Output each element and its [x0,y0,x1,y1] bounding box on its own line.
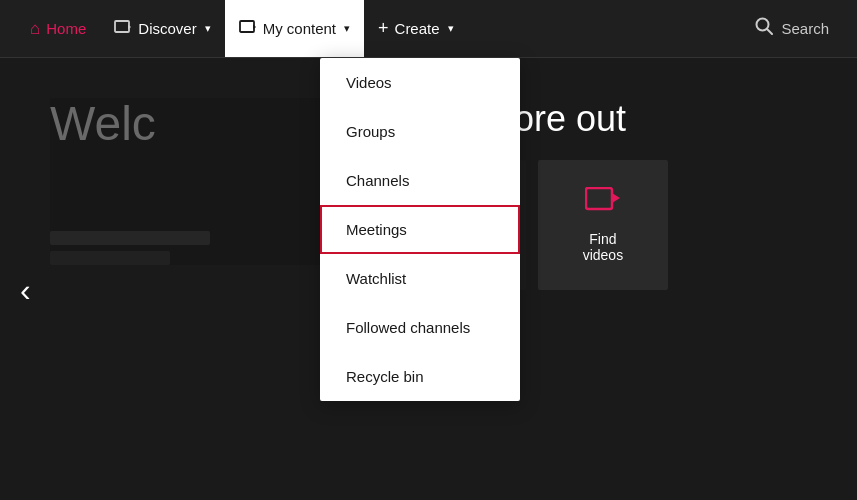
plus-icon: + [378,18,389,39]
navbar: ⌂ Home Discover ▾ My content ▾ + Create … [0,0,857,58]
svg-rect-4 [240,21,254,32]
nav-my-content[interactable]: My content ▾ [225,0,364,57]
svg-marker-1 [612,193,620,203]
discover-chevron-icon: ▾ [205,22,211,35]
home-icon: ⌂ [30,19,40,39]
nav-create[interactable]: + Create ▾ [364,0,468,57]
dropdown-item-watchlist[interactable]: Watchlist [320,254,520,303]
svg-rect-0 [586,188,612,209]
dropdown-item-videos[interactable]: Videos [320,58,520,107]
home-label: Home [46,20,86,37]
my-content-label: My content [263,20,336,37]
discover-label: Discover [138,20,196,37]
carousel-prev-button[interactable]: ‹ [20,272,31,309]
svg-line-7 [767,29,772,34]
create-chevron-icon: ▾ [448,22,454,35]
dropdown-item-channels[interactable]: Channels [320,156,520,205]
my-content-dropdown: Videos Groups Channels Meetings Watchlis… [320,58,520,401]
search-area[interactable]: Search [743,17,841,40]
my-content-icon [239,18,257,39]
find-videos-card[interactable]: Findvideos [538,160,668,290]
search-label: Search [781,20,829,37]
search-icon [755,17,773,40]
my-content-chevron-icon: ▾ [344,22,350,35]
nav-home[interactable]: ⌂ Home [16,0,100,57]
discover-icon [114,18,132,39]
dropdown-item-followed-channels[interactable]: Followed channels [320,303,520,352]
dropdown-item-recycle-bin[interactable]: Recycle bin [320,352,520,401]
create-label: Create [395,20,440,37]
svg-rect-2 [115,21,129,32]
nav-discover[interactable]: Discover ▾ [100,0,224,57]
dropdown-item-groups[interactable]: Groups [320,107,520,156]
find-videos-label: Findvideos [583,231,623,263]
find-videos-icon [585,187,621,221]
dropdown-item-meetings[interactable]: Meetings [320,205,520,254]
